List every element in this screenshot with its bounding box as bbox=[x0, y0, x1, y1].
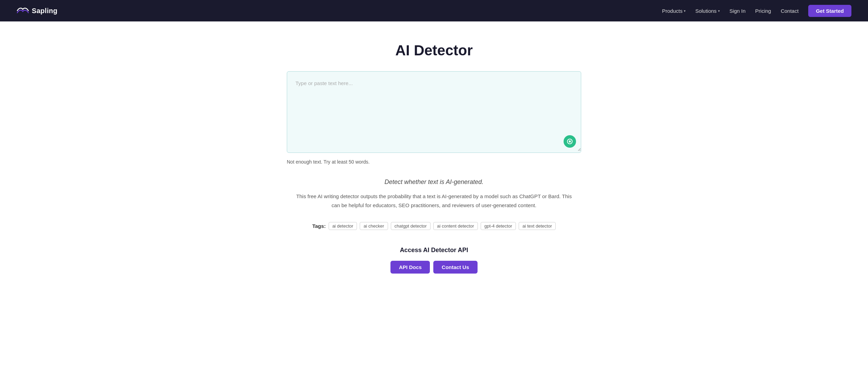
tag-ai-content-detector[interactable]: ai content detector bbox=[433, 222, 478, 230]
nav-sign-in[interactable]: Sign In bbox=[729, 8, 746, 14]
logo-text: Sapling bbox=[32, 7, 57, 15]
main-content: AI Detector Not enough text. Try at leas… bbox=[279, 21, 589, 301]
sapling-logo-icon[interactable] bbox=[17, 7, 29, 15]
nav-products[interactable]: Products ▾ bbox=[662, 8, 686, 14]
nav-solutions[interactable]: Solutions ▾ bbox=[695, 8, 720, 14]
description-body: This free AI writing detector outputs th… bbox=[292, 192, 576, 210]
api-section: Access AI Detector API API Docs Contact … bbox=[287, 247, 581, 274]
tags-row: Tags: ai detector ai checker chatgpt det… bbox=[287, 222, 581, 230]
tag-gpt4-detector[interactable]: gpt-4 detector bbox=[481, 222, 516, 230]
navbar-logo-group: Sapling bbox=[17, 7, 57, 15]
tag-ai-text-detector[interactable]: ai text detector bbox=[519, 222, 556, 230]
svg-point-1 bbox=[569, 140, 571, 142]
get-started-button[interactable]: Get Started bbox=[808, 5, 851, 17]
text-input[interactable] bbox=[287, 72, 581, 151]
text-input-container bbox=[287, 71, 581, 153]
products-chevron-icon: ▾ bbox=[684, 9, 686, 13]
tag-ai-checker[interactable]: ai checker bbox=[360, 222, 388, 230]
tag-chatgpt-detector[interactable]: chatgpt detector bbox=[391, 222, 431, 230]
description-section: Detect whether text is AI-generated. Thi… bbox=[287, 178, 581, 210]
api-buttons: API Docs Contact Us bbox=[287, 261, 581, 274]
contact-us-button[interactable]: Contact Us bbox=[433, 261, 477, 274]
nav-contact[interactable]: Contact bbox=[781, 8, 799, 14]
api-docs-button[interactable]: API Docs bbox=[390, 261, 430, 274]
solutions-chevron-icon: ▾ bbox=[718, 9, 720, 13]
navbar: Sapling Products ▾ Solutions ▾ Sign In P… bbox=[0, 0, 868, 21]
status-text: Not enough text. Try at least 50 words. bbox=[287, 159, 581, 165]
navbar-links: Products ▾ Solutions ▾ Sign In Pricing C… bbox=[662, 5, 851, 17]
nav-pricing[interactable]: Pricing bbox=[755, 8, 771, 14]
page-title: AI Detector bbox=[287, 42, 581, 59]
detect-button-container bbox=[564, 135, 576, 148]
tag-ai-detector[interactable]: ai detector bbox=[329, 222, 357, 230]
tags-label: Tags: bbox=[312, 223, 326, 229]
detect-button[interactable] bbox=[564, 135, 576, 148]
description-headline: Detect whether text is AI-generated. bbox=[287, 178, 581, 186]
api-title: Access AI Detector API bbox=[287, 247, 581, 254]
